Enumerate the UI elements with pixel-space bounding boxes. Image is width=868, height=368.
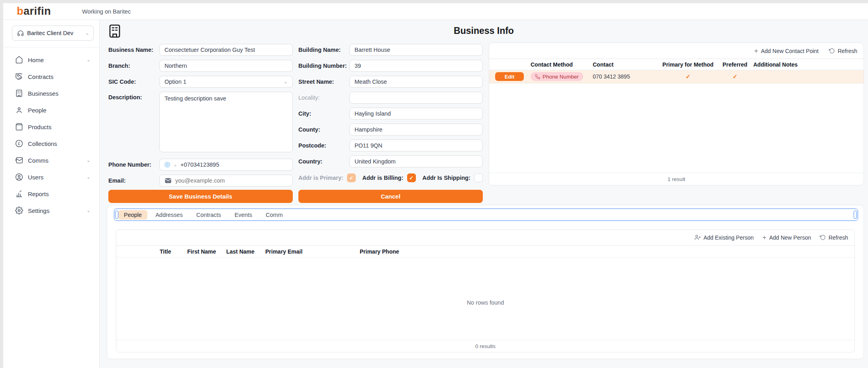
sidebar-item-label: Users — [28, 174, 86, 181]
sidebar-item-users[interactable]: Users ⌄ — [3, 169, 99, 185]
sidebar-item-label: People — [28, 107, 90, 114]
pound-circle-icon: £ — [15, 140, 23, 148]
country-input[interactable] — [349, 155, 483, 167]
chevron-down-icon: ⌄ — [86, 57, 90, 62]
sic-code-label: SIC Code: — [108, 79, 159, 85]
sidebar-item-label: Contracts — [28, 73, 90, 80]
gear-icon — [15, 207, 23, 215]
contact-points-toolbar: + Add New Contact Point Refresh — [489, 43, 864, 59]
add-existing-person-button[interactable]: Add Existing Person — [695, 234, 754, 241]
add-new-person-label: Add New Person — [769, 234, 811, 241]
chevron-down-icon: ⌄ — [284, 79, 288, 84]
sidebar-item-businesses[interactable]: Businesses — [3, 85, 99, 102]
sidebar-item-people[interactable]: People — [3, 102, 99, 118]
sic-code-select[interactable]: Option 1 ⌄ — [159, 76, 293, 88]
building-name-input[interactable] — [349, 44, 483, 56]
tab-contracts[interactable]: Contracts — [191, 210, 227, 220]
cancel-button[interactable]: Cancel — [298, 190, 483, 203]
field-country: Country: — [298, 155, 483, 167]
branch-label: Branch: — [108, 63, 159, 69]
primary-for-method-check-icon: ✓ — [659, 73, 717, 80]
column-primary-for-method: Primary for Method — [659, 61, 717, 68]
street-name-label: Street Name: — [298, 79, 349, 85]
locality-label: Locality: — [298, 94, 349, 101]
description-textarea[interactable]: Testing description save — [159, 92, 293, 152]
sidebar-item-collections[interactable]: £ Collections — [3, 135, 99, 152]
tab-scroll-right-handle[interactable] — [854, 211, 857, 219]
postcode-label: Postcode: — [298, 142, 349, 149]
sidebar-item-label: Reports — [28, 191, 90, 197]
field-phone-number: Phone Number: ⌄ — [108, 159, 293, 171]
addr-is-primary-label: Addr is Primary: — [298, 175, 343, 181]
building-number-input[interactable] — [349, 60, 483, 72]
sidebar-item-label: Collections — [28, 140, 90, 147]
branch-input[interactable] — [159, 60, 293, 72]
client-selector-dropdown[interactable]: Baritec Client Dev ⌄ — [12, 26, 94, 41]
column-first-name: First Name — [187, 248, 226, 255]
save-business-details-button[interactable]: Save Business Details — [108, 190, 293, 203]
city-input[interactable] — [349, 108, 483, 120]
sidebar-item-label: Products — [28, 124, 90, 130]
sidebar-item-label: Businesses — [28, 90, 90, 97]
phone-number-label: Phone Number: — [108, 161, 159, 168]
phone-number-input[interactable] — [180, 161, 288, 168]
contact-points-refresh-button[interactable]: Refresh — [829, 48, 857, 54]
sidebar-item-products[interactable]: Products — [3, 118, 99, 135]
page-title: Business Info — [100, 26, 868, 36]
sidebar-item-contracts[interactable]: Contracts — [3, 68, 99, 85]
addr-is-primary-group: Addr is Primary: — [298, 173, 356, 182]
sidebar-item-comms[interactable]: Comms ⌄ — [3, 152, 99, 169]
column-contact-method: Contact Method — [531, 61, 593, 68]
user-circle-icon — [15, 173, 23, 181]
county-input[interactable] — [349, 124, 483, 136]
column-contact: Contact — [593, 61, 659, 68]
add-new-contact-point-button[interactable]: + Add New Contact Point — [754, 47, 819, 54]
people-header-row: Title First Name Last Name Primary Email… — [116, 246, 854, 258]
field-building-name: Building Name: — [298, 44, 483, 56]
column-primary-email: Primary Email — [265, 248, 360, 255]
app-logo[interactable]: barifin — [17, 5, 51, 18]
svg-text:£: £ — [18, 142, 20, 146]
contact-method-badge: Phone Number — [531, 72, 583, 81]
addr-is-shipping-group: Addr Is Shipping: — [422, 173, 483, 182]
client-selector-value: Baritec Client Dev — [27, 30, 85, 36]
email-field[interactable] — [175, 177, 288, 184]
field-branch: Branch: — [108, 60, 293, 72]
add-existing-person-label: Add Existing Person — [703, 234, 754, 241]
contact-points-header-row: Contact Method Contact Primary for Metho… — [489, 59, 864, 70]
globe-icon[interactable] — [164, 161, 171, 168]
people-refresh-button[interactable]: Refresh — [820, 234, 848, 241]
contracts-icon — [15, 73, 23, 81]
tab-events[interactable]: Events — [229, 210, 258, 220]
locality-input[interactable] — [349, 92, 483, 104]
addr-is-shipping-checkbox[interactable] — [474, 173, 483, 182]
tab-scroll-left-handle[interactable] — [115, 211, 118, 219]
sidebar-item-reports[interactable]: Reports — [3, 185, 99, 202]
phone-icon — [535, 74, 540, 79]
contact-points-panel: + Add New Contact Point Refresh Contact … — [489, 43, 864, 185]
plus-icon: + — [762, 234, 766, 241]
sidebar-item-home[interactable]: Home ⌄ — [3, 51, 99, 68]
people-panel: Add Existing Person + Add New Person Ref… — [116, 229, 855, 352]
tab-people[interactable]: People — [118, 210, 147, 220]
sidebar-item-settings[interactable]: Settings ⌄ — [3, 202, 99, 219]
chevron-down-icon: ⌄ — [86, 208, 90, 213]
chevron-down-icon: ⌄ — [86, 158, 90, 163]
chevron-down-icon[interactable]: ⌄ — [173, 162, 177, 167]
home-icon — [15, 56, 23, 64]
related-records-section: People Addresses Contracts Events Comm A… — [107, 205, 864, 359]
field-building-number: Building Number: — [298, 60, 483, 72]
building-number-label: Building Number: — [298, 63, 349, 69]
postcode-input[interactable] — [349, 140, 483, 152]
tab-addresses[interactable]: Addresses — [150, 210, 188, 220]
street-name-input[interactable] — [349, 76, 483, 88]
people-empty-state: No rows found — [116, 258, 854, 340]
business-name-input[interactable] — [159, 44, 293, 56]
field-city: City: — [298, 108, 483, 120]
box-icon — [15, 123, 23, 131]
tab-comm[interactable]: Comm — [260, 210, 288, 220]
email-label: Email: — [108, 177, 159, 184]
addr-is-billing-checkbox[interactable] — [407, 173, 416, 182]
add-new-person-button[interactable]: + Add New Person — [762, 234, 811, 241]
edit-contact-point-button[interactable]: Edit — [495, 72, 524, 81]
